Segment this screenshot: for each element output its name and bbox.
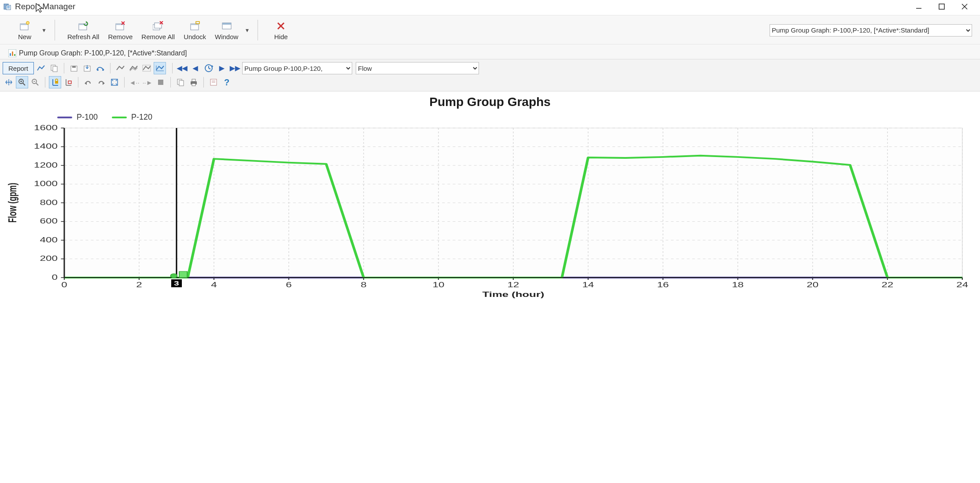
close-button[interactable] xyxy=(961,3,969,11)
svg-point-38 xyxy=(97,69,99,71)
report-button[interactable]: Report xyxy=(3,62,34,74)
window-button[interactable]: Window xyxy=(210,18,243,42)
remove-all-button[interactable]: Remove All xyxy=(137,18,179,42)
copy-button[interactable] xyxy=(48,62,60,74)
svg-rect-2 xyxy=(7,6,10,7)
svg-text:1400: 1400 xyxy=(34,143,58,150)
svg-text:0: 0 xyxy=(52,273,57,281)
new-label: New xyxy=(18,33,31,40)
svg-rect-31 xyxy=(12,51,13,56)
pan-button[interactable] xyxy=(3,76,15,88)
svg-point-145 xyxy=(170,274,177,278)
chart-plot[interactable]: 0200400600800100012001400160002468101214… xyxy=(4,124,976,300)
ribbon-toolbar: New ▼ Refresh All Remove Remove All xyxy=(0,15,980,44)
legend-item-p120[interactable]: P-120 xyxy=(112,113,152,122)
hide-icon xyxy=(276,20,285,32)
nav-last-button[interactable]: ▶▶ xyxy=(229,62,241,74)
svg-rect-65 xyxy=(179,80,184,86)
chart-toolbar: Report ◀◀ ◀ ▶ ▶▶ Pump Group P-1 xyxy=(0,59,980,91)
nav-next-button[interactable]: ▶ xyxy=(216,62,228,74)
remove-button[interactable]: Remove xyxy=(103,18,137,42)
zoom-in-button[interactable] xyxy=(16,76,28,88)
chart-style-3-button[interactable] xyxy=(140,62,153,74)
window-dropdown-caret[interactable]: ▼ xyxy=(244,27,250,33)
legend-label-p120: P-120 xyxy=(131,113,152,122)
nav-prev-button[interactable]: ◀ xyxy=(189,62,202,74)
hscroll-right-button[interactable]: ··► xyxy=(141,76,154,88)
save-chart-button[interactable] xyxy=(68,62,80,74)
svg-text:600: 600 xyxy=(40,217,58,225)
svg-text:8: 8 xyxy=(361,281,366,289)
zoom-out-button[interactable] xyxy=(29,76,41,88)
svg-rect-67 xyxy=(192,79,195,81)
titlebar: Report Manager xyxy=(0,0,980,15)
minimize-button[interactable] xyxy=(915,3,923,11)
new-button[interactable]: New xyxy=(10,18,40,42)
app-icon xyxy=(4,3,11,11)
svg-text:Time (hour): Time (hour) xyxy=(483,290,545,299)
metric-selector[interactable]: Flow xyxy=(356,62,479,74)
nav-first-button[interactable]: ◀◀ xyxy=(176,62,188,74)
fit-view-button[interactable] xyxy=(108,76,121,88)
chart-style-2-button[interactable] xyxy=(127,62,140,74)
svg-rect-24 xyxy=(196,22,199,24)
undo-view-button[interactable] xyxy=(82,76,94,88)
tab-pump-group-graph[interactable]: Pump Group Graph: P-100,P-120, [*Active*… xyxy=(4,47,192,59)
svg-rect-144 xyxy=(179,271,187,278)
window-title: Report Manager xyxy=(15,2,75,11)
svg-rect-56 xyxy=(55,81,58,84)
svg-text:6: 6 xyxy=(286,281,291,289)
refresh-all-button[interactable]: Refresh All xyxy=(63,18,104,42)
remove-all-label: Remove All xyxy=(141,33,175,40)
svg-text:24: 24 xyxy=(956,281,968,289)
nav-time-button[interactable] xyxy=(203,62,215,74)
tab-strip: Pump Group Graph: P-100,P-120, [*Active*… xyxy=(0,44,980,59)
chart-settings-button[interactable] xyxy=(94,62,107,74)
remove-icon xyxy=(115,20,125,32)
refresh-all-icon xyxy=(78,20,88,32)
report-selector[interactable]: Pump Group Graph: P-100,P-120, [*Active*… xyxy=(770,24,972,37)
svg-text:400: 400 xyxy=(40,236,58,244)
maximize-button[interactable] xyxy=(938,3,946,11)
svg-text:22: 22 xyxy=(881,281,893,289)
svg-point-10 xyxy=(26,22,29,25)
svg-rect-26 xyxy=(222,23,231,25)
svg-rect-3 xyxy=(7,7,10,8)
chart-style-1-button[interactable] xyxy=(114,62,126,74)
undock-button[interactable]: Undock xyxy=(179,18,210,42)
hscroll-left-button[interactable]: ◄·· xyxy=(128,76,140,88)
chart-icon xyxy=(8,49,16,57)
svg-text:0: 0 xyxy=(61,281,67,289)
new-dropdown-caret[interactable]: ▼ xyxy=(41,27,47,33)
legend-swatch-p100 xyxy=(57,117,72,118)
help-button[interactable]: ? xyxy=(221,76,233,88)
svg-rect-59 xyxy=(68,81,71,84)
remove-all-icon xyxy=(153,20,163,32)
refresh-all-label: Refresh All xyxy=(67,33,99,40)
chart-style-4-button[interactable] xyxy=(154,62,166,74)
svg-text:200: 200 xyxy=(40,255,58,263)
svg-text:2: 2 xyxy=(136,281,142,289)
stop-button[interactable] xyxy=(155,76,167,88)
chart-type-button[interactable] xyxy=(35,62,47,74)
svg-text:800: 800 xyxy=(40,198,58,206)
redo-view-button[interactable] xyxy=(95,76,107,88)
axis-lock-y-button[interactable] xyxy=(49,76,61,88)
svg-text:12: 12 xyxy=(507,281,519,289)
svg-text:4: 4 xyxy=(211,281,217,289)
export-chart-button[interactable] xyxy=(81,62,93,74)
svg-rect-30 xyxy=(10,53,11,56)
legend-item-p100[interactable]: P-100 xyxy=(57,113,98,122)
pump-group-selector[interactable]: Pump Group P-100,P-120, xyxy=(242,62,352,74)
undock-label: Undock xyxy=(184,33,206,40)
copy-image-button[interactable] xyxy=(174,76,187,88)
svg-line-45 xyxy=(209,68,210,69)
axis-lock-x-button[interactable] xyxy=(62,76,74,88)
svg-text:20: 20 xyxy=(807,281,818,289)
properties-button[interactable] xyxy=(207,76,220,88)
svg-text:Flow (gpm): Flow (gpm) xyxy=(6,183,19,223)
svg-text:16: 16 xyxy=(657,281,669,289)
svg-text:18: 18 xyxy=(732,281,744,289)
hide-button[interactable]: Hide xyxy=(266,18,296,42)
print-button[interactable] xyxy=(188,76,200,88)
